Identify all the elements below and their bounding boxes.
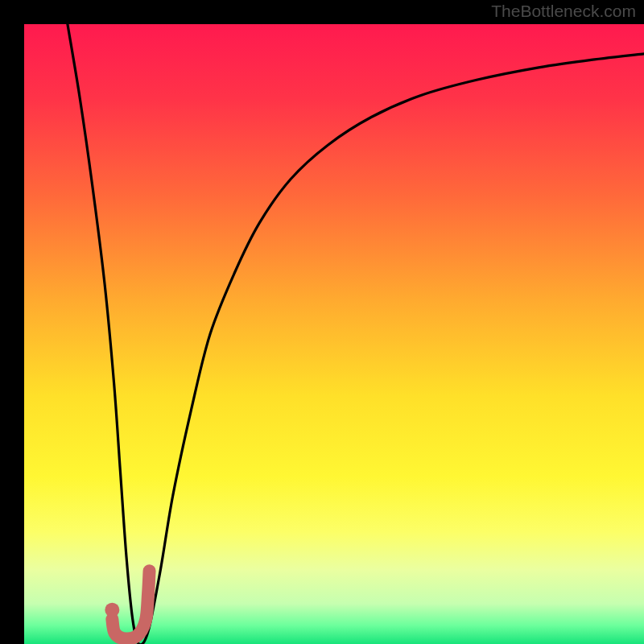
chart-svg bbox=[24, 24, 644, 644]
attribution-text: TheBottleneck.com bbox=[491, 2, 636, 21]
j-marker-dot bbox=[105, 603, 119, 617]
chart-frame: TheBottleneck.com bbox=[0, 0, 644, 644]
plot-area bbox=[24, 24, 644, 644]
gradient-background bbox=[24, 24, 644, 644]
